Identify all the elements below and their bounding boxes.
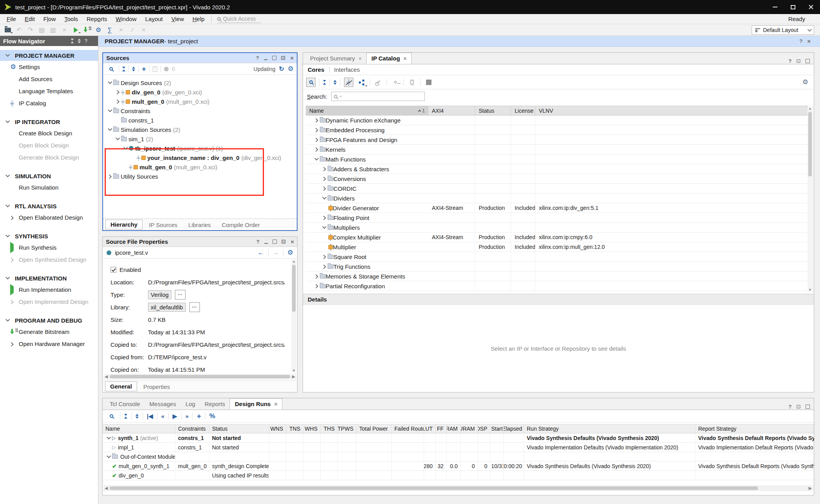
first-step-icon[interactable]: |◀ bbox=[147, 413, 153, 420]
expand-all-icon[interactable] bbox=[78, 39, 81, 43]
sidebar-item-open-synthesized-design[interactable]: Open Synthesized Design bbox=[0, 254, 98, 266]
chevron-right-icon[interactable] bbox=[10, 340, 19, 348]
chevron-right-icon[interactable] bbox=[114, 98, 121, 105]
sidebar-item-ip-catalog[interactable]: ╪IP Catalog bbox=[0, 97, 98, 109]
edit-icon[interactable]: ∕ bbox=[128, 26, 136, 34]
customize-ip-wrench-icon[interactable] bbox=[374, 78, 383, 87]
chevron-right-icon[interactable] bbox=[10, 256, 19, 264]
delete-icon[interactable]: × bbox=[61, 26, 68, 34]
sidebar-section-header-synthesis[interactable]: SYNTHESIS bbox=[0, 231, 98, 241]
horizontal-scrollbar[interactable]: ◀▶ bbox=[103, 374, 296, 380]
chevron-right-icon[interactable] bbox=[321, 263, 328, 270]
tab-general[interactable]: General bbox=[105, 382, 137, 391]
column-header-tns[interactable]: TNS bbox=[286, 424, 303, 433]
menu-help[interactable]: Help bbox=[188, 16, 209, 22]
percent-icon[interactable]: % bbox=[209, 412, 215, 420]
sidebar-section-header-implementation[interactable]: IMPLEMENTATION bbox=[0, 273, 98, 284]
sidebar-item-create-block-design[interactable]: Create Block Design bbox=[0, 127, 98, 139]
minimize-panel-icon[interactable] bbox=[264, 240, 268, 244]
chevron-right-icon[interactable] bbox=[321, 176, 328, 182]
close-button[interactable] bbox=[802, 0, 820, 14]
ip-chip-icon[interactable] bbox=[407, 78, 417, 87]
ip-row-multipliers[interactable]: Multipliers bbox=[306, 223, 808, 232]
close-icon[interactable] bbox=[807, 39, 811, 44]
collapse-all-icon[interactable] bbox=[124, 414, 127, 419]
chevron-right-icon[interactable] bbox=[313, 146, 320, 153]
tree-row-constraints[interactable]: Constraints bbox=[103, 106, 297, 115]
tab-properties[interactable]: Properties bbox=[139, 382, 175, 391]
column-header-elapsed[interactable]: Elapsed bbox=[504, 424, 524, 433]
float-panel-icon[interactable] bbox=[796, 58, 801, 64]
open-project-icon[interactable] bbox=[4, 26, 12, 34]
ip-row-math-functions[interactable]: Math Functions bbox=[306, 154, 808, 164]
tab-ip-catalog[interactable]: IP Catalog bbox=[366, 53, 412, 64]
chevron-down-icon[interactable] bbox=[4, 52, 11, 59]
sidebar-section-header-rtl-analysis[interactable]: RTL ANALYSIS bbox=[0, 201, 98, 211]
column-header-name[interactable]: Name bbox=[103, 424, 175, 433]
ellipsis-button[interactable] bbox=[189, 302, 200, 312]
ip-row-divider-generator[interactable]: Divider GeneratorAXI4-StreamProductionIn… bbox=[306, 203, 808, 213]
add-sources-icon[interactable]: + bbox=[142, 66, 146, 72]
menu-file[interactable]: File bbox=[2, 16, 20, 22]
ip-row-memories-storage-elements[interactable]: Memories & Storage Elements bbox=[306, 272, 808, 281]
license-key-icon[interactable] bbox=[390, 78, 400, 87]
column-header-name[interactable]: Name1 bbox=[306, 106, 428, 115]
ip-row-floating-point[interactable]: Floating Point bbox=[306, 213, 808, 223]
ip-row-dynamic-function-exchange[interactable]: Dynamic Function eXchange bbox=[306, 115, 808, 125]
ip-row-trig-functions[interactable]: Trig Functions bbox=[306, 262, 808, 272]
tab-libraries[interactable]: Libraries bbox=[184, 220, 216, 229]
close-icon[interactable] bbox=[403, 55, 406, 62]
scrollbar-thumb[interactable] bbox=[292, 265, 296, 312]
run-row-div-gen-0[interactable]: ✔div_gen_0Using cached IP results bbox=[103, 471, 814, 480]
report-sigma-icon[interactable]: ∑ bbox=[106, 26, 114, 34]
ip-row-kernels[interactable]: Kernels bbox=[306, 145, 808, 154]
sidebar-item-run-synthesis[interactable]: Run Synthesis bbox=[0, 241, 98, 254]
collapse-all-icon[interactable] bbox=[71, 39, 74, 43]
tab-ip-sources[interactable]: IP Sources bbox=[144, 220, 182, 229]
stop-icon[interactable] bbox=[424, 78, 433, 87]
close-panel-icon[interactable] bbox=[290, 55, 294, 61]
column-header-run-strategy[interactable]: Run Strategy bbox=[524, 424, 695, 433]
sidebar-section-header-project-manager[interactable]: PROJECT MANAGER bbox=[0, 50, 98, 61]
help-icon[interactable] bbox=[85, 38, 87, 44]
menu-layout[interactable]: Layout bbox=[141, 16, 167, 22]
column-header-vlnv[interactable]: VLNV bbox=[535, 106, 808, 115]
chevron-down-icon[interactable] bbox=[122, 145, 129, 151]
tree-row-mult-gen-0[interactable]: mult_gen_0(mult_gen_0.xci) bbox=[103, 97, 297, 106]
sidebar-section-header-ip-integrator[interactable]: IP INTEGRATOR bbox=[0, 116, 98, 127]
help-icon[interactable] bbox=[257, 239, 260, 244]
scrollbar-thumb[interactable] bbox=[110, 486, 758, 490]
sidebar-item-open-elaborated-design[interactable]: Open Elaborated Design bbox=[0, 211, 98, 224]
chevron-down-icon[interactable] bbox=[106, 108, 113, 114]
run-row-synth-1[interactable]: ▷synth_1 (active)constrs_1Not startedViv… bbox=[103, 433, 814, 443]
float-panel-icon[interactable] bbox=[796, 403, 801, 410]
tree-row-tb-ipcore-test[interactable]: tb_ipcore_test(ipcore_test.v) (1) bbox=[103, 144, 297, 153]
ip-row-complex-multiplier[interactable]: Complex MultiplierAXI4-StreamProductionI… bbox=[306, 232, 808, 242]
settings-gear-icon[interactable]: ⚙ bbox=[287, 250, 293, 256]
column-header-start[interactable]: Start bbox=[490, 424, 504, 433]
vertical-scrollbar[interactable]: ▲▼ bbox=[291, 259, 296, 373]
minimize-button[interactable] bbox=[766, 0, 784, 14]
menu-window[interactable]: Window bbox=[111, 16, 141, 22]
ellipsis-button[interactable] bbox=[175, 290, 185, 300]
enabled-checkbox[interactable] bbox=[111, 267, 116, 273]
chevron-down-icon[interactable] bbox=[313, 156, 320, 162]
forward-arrow-icon[interactable]: → bbox=[273, 249, 279, 257]
chevron-down-icon[interactable] bbox=[4, 275, 11, 281]
ip-row-partial-reconfiguration[interactable]: Partial Reconfiguration bbox=[306, 281, 808, 291]
chevron-right-icon[interactable] bbox=[106, 173, 113, 179]
chevron-right-icon[interactable] bbox=[313, 117, 320, 123]
scrollbar-thumb[interactable] bbox=[110, 375, 290, 378]
hide-incompatible-ip-icon[interactable]: ╪ bbox=[344, 78, 353, 87]
run-row-mult-gen-0-synth-1[interactable]: ✔mult_gen_0_synth_1mult_gen_0synth_desig… bbox=[103, 461, 814, 471]
help-icon[interactable] bbox=[788, 58, 791, 64]
close-icon[interactable] bbox=[274, 401, 277, 407]
help-icon[interactable] bbox=[256, 55, 259, 60]
column-header-axi4[interactable]: AXI4 bbox=[428, 106, 475, 115]
maximize-panel-icon[interactable] bbox=[806, 405, 810, 409]
ip-hierarchy-icon[interactable] bbox=[357, 78, 366, 87]
ip-search-input[interactable] bbox=[331, 92, 425, 101]
expand-all-icon[interactable] bbox=[132, 67, 135, 71]
run-icon[interactable] bbox=[72, 26, 80, 34]
close-panel-icon[interactable] bbox=[291, 239, 294, 245]
